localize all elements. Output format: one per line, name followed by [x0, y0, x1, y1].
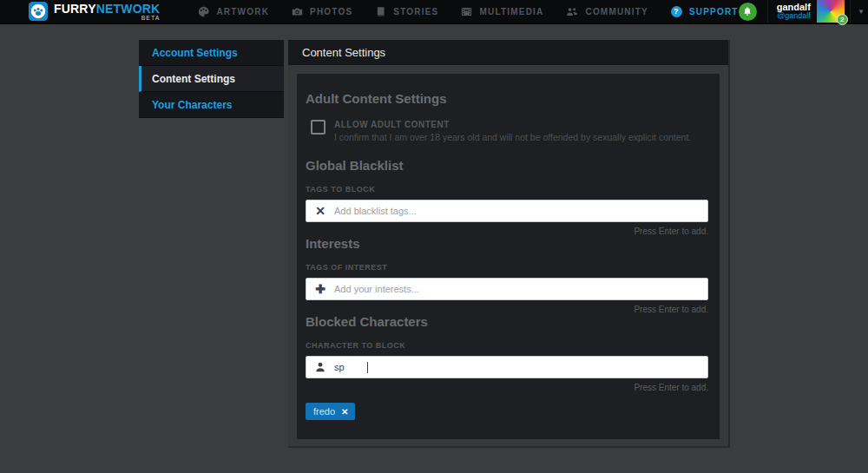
allow-adult-content-label: ALLOW ADULT CONTENT	[334, 120, 691, 129]
paw-logo-icon	[29, 2, 48, 21]
nav-item-label: SUPPORT	[689, 7, 739, 16]
interests-hint: Press Enter to add.	[306, 305, 708, 314]
content-settings-panel: Adult Content Settings ALLOW ADULT CONTE…	[297, 74, 720, 439]
primary-nav: ARTWORK PHOTOS STORIES MULTIMEDIA COMMUN…	[175, 6, 738, 17]
blacklist-tags-input[interactable]	[334, 206, 700, 216]
page-body: Account Settings Content Settings Your C…	[0, 24, 868, 471]
tags-of-interest-label: TAGS OF INTEREST	[306, 263, 708, 272]
nav-item-label: ARTWORK	[216, 7, 269, 16]
settings-sidebar: Account Settings Content Settings Your C…	[139, 40, 284, 118]
blacklist-hint: Press Enter to add.	[306, 227, 708, 236]
clear-x-icon: ✕	[313, 204, 327, 218]
character-to-block-label: CHARACTER TO BLOCK	[306, 341, 708, 350]
chevron-down-icon[interactable]: ▾	[851, 7, 868, 16]
allow-adult-content-checkbox[interactable]	[311, 120, 326, 135]
notifications-button[interactable]	[739, 3, 757, 21]
nav-item-label: COMMUNITY	[585, 7, 648, 16]
sidebar-item-label: Account Settings	[152, 47, 238, 59]
navbar-right: gandalf @gandalf 2 ▾	[739, 0, 868, 23]
chip-remove-icon[interactable]: ✕	[341, 407, 348, 417]
blacklist-tags-field: ✕	[306, 200, 708, 222]
film-icon	[461, 6, 472, 17]
page-title: Content Settings	[288, 40, 728, 65]
sidebar-item-label: Your Characters	[152, 99, 232, 111]
book-icon	[375, 6, 386, 17]
logo-beta-tag: BETA	[54, 15, 160, 21]
nav-item-multimedia[interactable]: MULTIMEDIA	[461, 6, 543, 17]
nav-item-stories[interactable]: STORIES	[375, 6, 438, 17]
main-content: Content Settings Adult Content Settings …	[288, 40, 730, 448]
plus-icon: ✚	[313, 282, 327, 296]
character-to-block-field	[306, 356, 708, 378]
sidebar-item-account-settings[interactable]: Account Settings	[139, 40, 284, 66]
person-icon	[313, 361, 327, 373]
sidebar-item-label: Content Settings	[152, 73, 235, 85]
logo-text-furry: FURRY	[54, 2, 96, 16]
user-menu[interactable]: gandalf @gandalf 2	[767, 0, 851, 23]
nav-item-photos[interactable]: PHOTOS	[292, 6, 352, 17]
nav-item-community[interactable]: COMMUNITY	[566, 6, 648, 17]
user-handle: @gandalf	[777, 12, 811, 21]
chip-label: fredo	[313, 406, 335, 417]
blocked-hint: Press Enter to add.	[306, 383, 708, 392]
camera-icon	[292, 6, 303, 17]
top-navbar: FURRYNETWORK BETA ARTWORK PHOTOS STORIES	[0, 0, 868, 24]
text-cursor	[367, 362, 368, 373]
people-icon	[566, 6, 578, 17]
blocked-characters-heading: Blocked Characters	[306, 314, 708, 329]
sidebar-item-content-settings[interactable]: Content Settings	[139, 66, 284, 92]
tags-to-block-label: TAGS TO BLOCK	[306, 185, 708, 194]
nav-item-artwork[interactable]: ARTWORK	[198, 6, 269, 17]
bell-icon	[742, 6, 753, 16]
interests-heading: Interests	[306, 236, 708, 251]
question-icon: ?	[671, 6, 682, 17]
blocked-character-chip[interactable]: fredo ✕	[306, 403, 355, 420]
allow-adult-content-row[interactable]: ALLOW ADULT CONTENT I confirm that I am …	[311, 120, 708, 142]
nav-item-label: PHOTOS	[310, 7, 352, 16]
character-to-block-input[interactable]	[334, 362, 700, 372]
allow-adult-content-description: I confirm that I am over 18 years old an…	[334, 132, 691, 142]
sidebar-item-your-characters[interactable]: Your Characters	[139, 92, 284, 118]
interests-input[interactable]	[334, 284, 700, 294]
global-blacklist-heading: Global Blacklist	[306, 158, 708, 173]
interests-field: ✚	[306, 278, 708, 300]
adult-content-heading: Adult Content Settings	[306, 91, 708, 106]
logo-text-network: NETWORK	[96, 2, 161, 16]
nav-item-label: STORIES	[393, 7, 438, 16]
blocked-chips: fredo ✕	[306, 403, 708, 420]
nav-item-label: MULTIMEDIA	[479, 7, 543, 16]
palette-icon	[198, 6, 209, 17]
furrynetwork-logo[interactable]: FURRYNETWORK BETA	[29, 2, 160, 21]
nav-item-support[interactable]: ? SUPPORT	[671, 6, 739, 17]
